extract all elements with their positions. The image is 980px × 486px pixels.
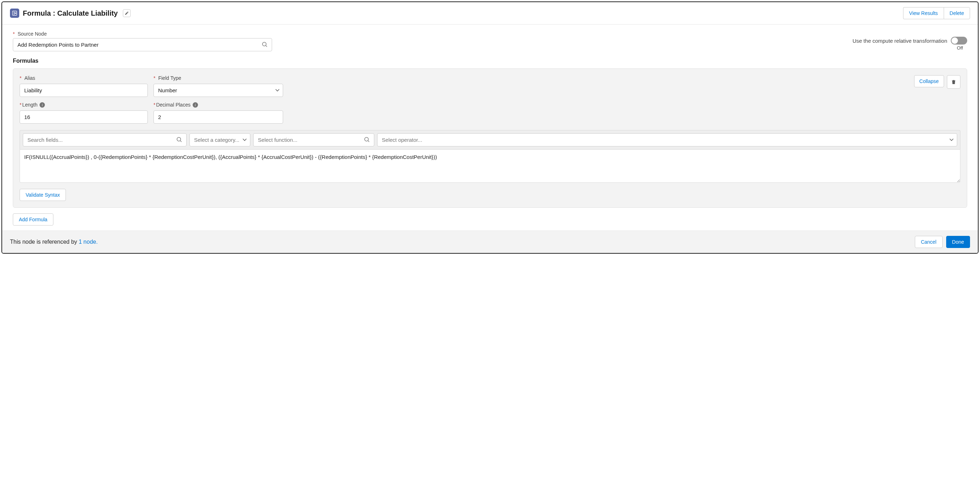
compute-relative-toggle[interactable] [951, 37, 967, 45]
function-select-input[interactable] [253, 133, 374, 147]
length-field: Length i [19, 102, 148, 124]
header-actions: View Results Delete [903, 7, 970, 19]
page-title: Formula : Calculate Liability [23, 9, 118, 18]
svg-point-3 [365, 137, 369, 141]
decimal-field: Decimal Places i [153, 102, 283, 124]
reference-prefix: This node is referenced by [10, 239, 79, 245]
compute-relative-toggle-block: Use the compute relative transformation … [853, 37, 967, 51]
decimal-label: Decimal Places i [153, 102, 283, 108]
source-node-field: Source Node [13, 31, 272, 51]
formula-icon [10, 8, 19, 18]
cancel-button[interactable]: Cancel [915, 236, 943, 248]
title-value: Calculate Liability [57, 9, 118, 17]
header-left: Formula : Calculate Liability [10, 8, 131, 18]
alias-input[interactable] [19, 84, 148, 97]
source-node-input[interactable] [13, 38, 272, 51]
decimal-input[interactable] [153, 110, 283, 124]
search-icon[interactable] [362, 135, 371, 145]
search-icon[interactable] [260, 40, 269, 50]
category-select[interactable]: Select a category... [189, 133, 250, 147]
svg-point-2 [177, 137, 181, 141]
svg-rect-0 [13, 11, 17, 15]
alias-field: Alias [19, 75, 148, 97]
search-fields-input[interactable] [23, 133, 186, 147]
compute-relative-label: Use the compute relative transformation [853, 38, 947, 44]
field-type-label: Field Type [153, 75, 283, 81]
title-prefix: Formula : [23, 9, 55, 17]
reference-link[interactable]: 1 node. [79, 239, 97, 245]
panel-footer: This node is referenced by 1 node. Cance… [2, 231, 978, 253]
alias-label: Alias [19, 75, 148, 81]
edit-title-button[interactable] [123, 9, 131, 17]
svg-point-1 [262, 42, 266, 46]
add-formula-button[interactable]: Add Formula [13, 214, 53, 226]
panel-body: Source Node Use the compute relative tra… [2, 25, 978, 231]
formula-card: Alias Field Type Number Collapse [13, 69, 967, 208]
length-input[interactable] [19, 110, 148, 124]
source-node-label: Source Node [13, 31, 272, 37]
validate-syntax-button[interactable]: Validate Syntax [19, 189, 66, 201]
view-results-button[interactable]: View Results [903, 7, 944, 19]
search-icon[interactable] [175, 135, 184, 145]
top-row: Source Node Use the compute relative tra… [13, 31, 967, 51]
formula-editor-toolbar: Select a category... Select operator... [19, 130, 961, 149]
info-icon[interactable]: i [40, 102, 45, 108]
length-label: Length i [19, 102, 148, 108]
info-icon[interactable]: i [192, 102, 198, 108]
formula-editor-panel: Formula : Calculate Liability View Resul… [2, 2, 978, 254]
delete-button[interactable]: Delete [944, 7, 970, 19]
formula-expression-textarea[interactable] [19, 149, 961, 183]
field-type-select[interactable]: Number [153, 84, 283, 97]
delete-formula-button[interactable] [947, 75, 961, 89]
done-button[interactable]: Done [946, 236, 970, 248]
collapse-button[interactable]: Collapse [914, 75, 944, 87]
formulas-heading: Formulas [13, 58, 967, 64]
compute-relative-state: Off [957, 45, 963, 51]
reference-message: This node is referenced by 1 node. [10, 239, 97, 245]
field-type-field: Field Type Number [153, 75, 283, 97]
operator-select[interactable]: Select operator... [377, 133, 957, 147]
panel-header: Formula : Calculate Liability View Resul… [2, 2, 978, 25]
